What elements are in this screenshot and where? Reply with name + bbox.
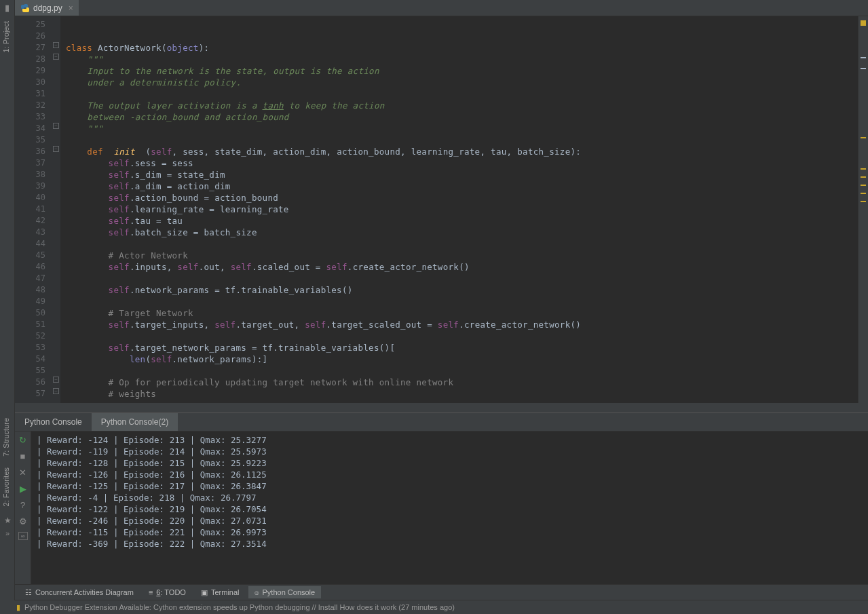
scroll-mark[interactable] [861,57,866,58]
fold-toggle-icon[interactable]: − [53,388,59,394]
rail-structure[interactable]: 7: Structure [0,412,12,462]
warning-mark[interactable] [861,185,866,186]
bottom-tool-bar: ☷ Concurrent Activities Diagram ≡ 6: TOD… [15,584,868,600]
list-icon: ≡ [149,588,153,596]
console-tab-1[interactable]: Python Console [15,413,92,431]
fold-toggle-icon[interactable]: − [53,146,59,152]
fold-toggle-icon[interactable]: − [53,54,59,60]
stop-icon[interactable]: ■ [18,450,29,461]
line-gutter: 2526272829303132333435363738394041424344… [15,16,52,403]
tab-ddpg[interactable]: ddpg.py × [15,0,79,16]
fold-toggle-icon[interactable]: − [53,42,59,48]
console-output[interactable]: | Reward: -124 | Episode: 213 | Qmax: 25… [31,431,868,584]
warning-indicator-icon[interactable] [861,20,866,26]
warning-mark[interactable] [861,168,866,170]
code-area[interactable]: class ActorNetwork(object): """ Input to… [60,16,858,403]
fold-toggle-icon[interactable]: − [53,123,59,129]
terminal-btn[interactable]: ▣ Terminal [195,586,246,599]
python-file-icon [20,3,30,13]
execute-icon[interactable]: ▶ [18,483,29,494]
settings-icon[interactable]: ⚙ [18,516,29,526]
fold-toggle-icon[interactable]: − [53,377,59,383]
vars-icon[interactable]: ∞ [18,532,28,540]
close-icon[interactable]: ✕ [18,467,29,478]
fold-gutter: −−−−−− [52,16,60,403]
python-console-btn[interactable]: ⌾ Python Console [248,586,322,598]
tab-filename: ddpg.py [33,3,62,13]
console-panel: Python Console Python Console(2) ↻ ■ ✕ ▶… [15,412,868,584]
help-icon[interactable]: ? [18,499,29,510]
warning-mark[interactable] [861,193,866,194]
todo-btn[interactable]: ≡ 6: TODO [143,586,192,598]
close-icon[interactable]: × [69,3,73,13]
concurrent-activities-btn[interactable]: ☷ Concurrent Activities Diagram [19,586,140,599]
folder-icon: ▮ [0,0,14,16]
editor-tab-bar: ddpg.py × [15,0,868,16]
warning-mark[interactable] [861,137,866,138]
python-icon: ⌾ [254,588,259,596]
warning-mark[interactable] [861,176,866,178]
rail-favorites[interactable]: 2: Favorites [0,462,12,512]
bookmark-icon: ★ [0,516,15,525]
terminal-icon: ▣ [201,588,208,597]
scroll-mark[interactable] [861,68,866,69]
console-tab-bar: Python Console Python Console(2) [15,412,868,431]
editor-marker-strip [858,16,868,403]
console-tab-2[interactable]: Python Console(2) [92,413,178,431]
bulb-icon: ▮ [16,603,20,612]
rail-project[interactable]: 1: Project [0,16,12,58]
more-icon[interactable]: » [0,529,15,537]
editor: 2526272829303132333435363738394041424344… [15,16,858,403]
rerun-icon[interactable]: ↻ [18,434,29,445]
diagram-icon: ☷ [25,588,32,597]
status-text[interactable]: Python Debugger Extension Available: Cyt… [24,603,455,611]
left-tool-rail-lower: 7: Structure 2: Favorites ★ » [0,412,15,584]
status-bar: ▮ Python Debugger Extension Available: C… [0,600,868,614]
console-toolbar: ↻ ■ ✕ ▶ ? ⚙ ∞ [15,431,31,584]
warning-mark[interactable] [861,201,866,202]
